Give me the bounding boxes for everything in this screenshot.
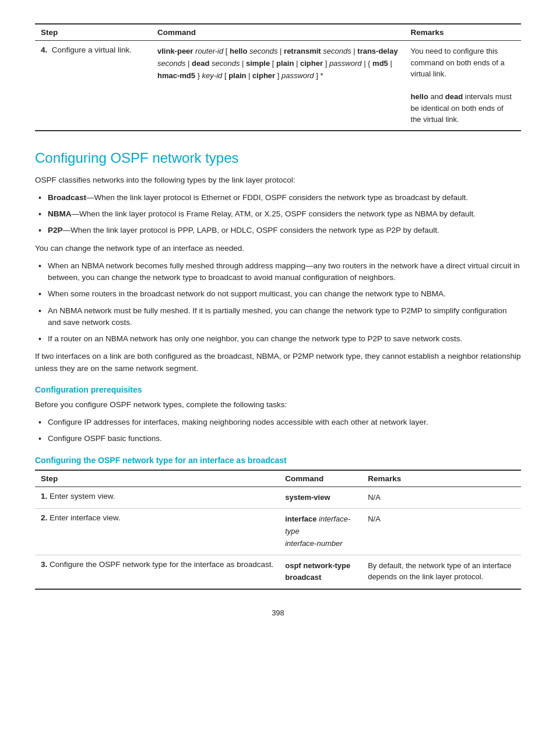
bottom-table: Step Command Remarks 1. Enter system vie…	[35, 470, 521, 590]
step-cell-2: 2. Enter interface view.	[35, 509, 279, 555]
config-prereq-list: Configure IP addresses for interfaces, m…	[35, 416, 521, 445]
top-table-header-step: Step	[35, 24, 152, 41]
bottom-table-header-step: Step	[35, 470, 279, 487]
bottom-table-header-remarks: Remarks	[362, 470, 521, 487]
table-row: 4. Configure a virtual link. vlink-peer …	[35, 41, 521, 131]
remarks-cell-1: N/A	[362, 487, 521, 509]
change-list: When an NBMA network becomes fully meshe…	[35, 260, 521, 345]
network-type-list: Broadcast—When the link layer protocol i…	[35, 192, 521, 237]
step-label: Configure a virtual link.	[52, 46, 132, 54]
config-prereq-heading: Configuration prerequisites	[35, 385, 521, 394]
remarks-cell: You need to configure this command on bo…	[405, 41, 521, 131]
broadcast-heading: Configuring the OSPF network type for an…	[35, 456, 521, 465]
list-item: When some routers in the broadcast netwo…	[35, 288, 521, 300]
top-table-header-command: Command	[152, 24, 405, 41]
list-item: Configure IP addresses for interfaces, m…	[35, 416, 521, 428]
command-cell: vlink-peer router-id [ hello seconds | r…	[152, 41, 405, 131]
step-number-1: 1.	[41, 492, 47, 501]
top-table: Step Command Remarks 4. Configure a virt…	[35, 23, 521, 131]
list-item: An NBMA network must be fully meshed. If…	[35, 305, 521, 329]
change-text: You can change the network type of an in…	[35, 243, 521, 254]
list-item: If a router on an NBMA network has only …	[35, 333, 521, 345]
step-number-2: 2.	[41, 513, 47, 522]
warning-text: If two interfaces on a link are both con…	[35, 351, 521, 374]
table-row: 2. Enter interface view. interface inter…	[35, 509, 521, 555]
remarks-cell-2: N/A	[362, 509, 521, 555]
step-label-1: Enter system view.	[50, 492, 115, 501]
command-cell-3: ospf network-type broadcast	[279, 555, 362, 589]
command-cell-1: system-view	[279, 487, 362, 509]
section-heading: Configuring OSPF network types	[35, 150, 521, 166]
broadcast-bold: Broadcast	[48, 193, 86, 202]
p2p-bold: P2P	[48, 226, 63, 235]
intro-text: OSPF classifies networks into the follow…	[35, 174, 521, 186]
step-number: 4.	[41, 46, 47, 54]
command-cell-2: interface interface-typeinterface-number	[279, 509, 362, 555]
table-row: 1. Enter system view. system-view N/A	[35, 487, 521, 509]
broadcast-text: —When the link layer protocol is Etherne…	[86, 193, 468, 202]
list-item: Broadcast—When the link layer protocol i…	[35, 192, 521, 204]
step-cell-1: 1. Enter system view.	[35, 487, 279, 509]
nbma-bold: NBMA	[48, 209, 72, 218]
step-label-2: Enter interface view.	[50, 513, 121, 522]
step-cell: 4. Configure a virtual link.	[35, 41, 152, 131]
list-item: When an NBMA network becomes fully meshe…	[35, 260, 521, 284]
step-number-3: 3.	[41, 560, 47, 569]
remarks-cell-3: By default, the network type of an inter…	[362, 555, 521, 589]
step-cell-3: 3. Configure the OSPF network type for t…	[35, 555, 279, 589]
table-row: 3. Configure the OSPF network type for t…	[35, 555, 521, 589]
list-item: NBMA—When the link layer protocol is Fra…	[35, 208, 521, 220]
page-number: 398	[35, 608, 521, 617]
list-item: Configure OSPF basic functions.	[35, 433, 521, 444]
bottom-table-header-command: Command	[279, 470, 362, 487]
nbma-text: —When the link layer protocol is Frame R…	[72, 209, 476, 218]
list-item: P2P—When the link layer protocol is PPP,…	[35, 225, 521, 236]
step-label-3: Configure the OSPF network type for the …	[50, 560, 273, 569]
config-prereq-intro: Before you configure OSPF network types,…	[35, 399, 521, 411]
p2p-text: —When the link layer protocol is PPP, LA…	[63, 226, 439, 235]
top-table-header-remarks: Remarks	[405, 24, 521, 41]
